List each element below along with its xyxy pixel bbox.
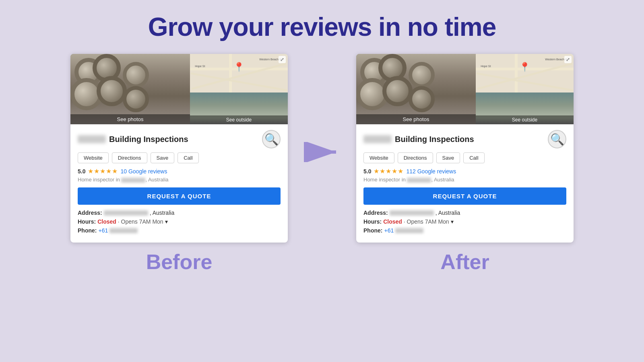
before-rating-score: 5.0 [78, 168, 85, 175]
before-street-view: See outside [190, 93, 288, 124]
after-street-view: See outside [476, 93, 574, 124]
before-phone-link[interactable]: +61 [98, 227, 108, 234]
before-request-quote-btn[interactable]: REQUEST A QUOTE [78, 187, 281, 205]
before-rating-row: 5.0 ★★★★★ 10 Google reviews [78, 167, 281, 175]
before-phone-row: Phone: +61 [78, 227, 281, 234]
after-logo: 🔍 [548, 130, 566, 148]
after-biz-name-row: Building Inspections [363, 135, 474, 144]
before-logo: 🔍 [262, 130, 281, 148]
after-phone-blur [395, 228, 423, 233]
after-see-outside-label: See outside [476, 115, 574, 124]
before-reviews-link[interactable]: 10 Google reviews [120, 168, 167, 175]
before-stars: ★★★★★ [88, 167, 118, 175]
before-biz-name-row: Building Inspections [78, 135, 188, 144]
before-call-btn[interactable]: Call [178, 152, 198, 163]
before-card: See photos Hope St Western Beach Rd [70, 54, 288, 243]
after-photo-section: See photos Hope St Western Beach Rd 📍 ⤢ [356, 54, 574, 124]
before-website-btn[interactable]: Website [78, 152, 109, 163]
after-logo-icon: 🔍 [550, 133, 564, 146]
before-biz-name-blur [78, 135, 106, 143]
after-phone-link[interactable]: +61 [384, 227, 394, 234]
before-biz-name: Building Inspections [109, 135, 188, 144]
before-biz-info: Building Inspections 🔍 Website Direction… [70, 124, 288, 243]
before-photo-left: See photos [70, 54, 190, 124]
after-card-wrapper: See photos Hope St Western Beach Rd 📍 ⤢ [356, 54, 574, 274]
before-logo-icon: 🔍 [264, 133, 279, 146]
before-location-blur [121, 178, 145, 183]
before-hours-dropdown-icon[interactable]: ▾ [165, 218, 168, 225]
after-address-blur [390, 210, 434, 216]
after-biz-info: Building Inspections 🔍 Website Direction… [356, 124, 574, 243]
before-category: Home inspector in , Australia [78, 177, 281, 183]
after-see-photos-label: See photos [356, 114, 476, 124]
after-hours-dropdown-icon[interactable]: ▾ [451, 218, 454, 225]
after-hours-opens: · Opens 7AM Mon [404, 218, 449, 225]
before-map-pin: 📍 [233, 62, 244, 72]
after-biz-header: Building Inspections 🔍 [363, 130, 566, 148]
before-label: Before [146, 250, 213, 274]
before-hours-row: Hours: Closed · Opens 7AM Mon ▾ [78, 218, 281, 225]
after-stars: ★★★★★ [374, 167, 404, 175]
before-card-wrapper: See photos Hope St Western Beach Rd [70, 54, 288, 274]
after-request-quote-btn[interactable]: REQUEST A QUOTE [363, 187, 566, 205]
before-directions-btn[interactable]: Directions [112, 152, 147, 163]
after-map-label-hope: Hope St [481, 65, 491, 68]
before-biz-header: Building Inspections 🔍 [78, 130, 281, 148]
direction-arrow [304, 142, 340, 162]
after-location-blur [407, 178, 431, 183]
before-action-buttons: Website Directions Save Call [78, 152, 281, 163]
before-photo-right: Hope St Western Beach Rd 📍 ⤢ See outside [190, 54, 288, 124]
before-map: Hope St Western Beach Rd 📍 ⤢ [190, 54, 288, 93]
before-closed: Closed [97, 218, 116, 225]
after-action-buttons: Website Directions Save Call [363, 152, 566, 163]
after-closed: Closed [383, 218, 402, 225]
before-save-btn[interactable]: Save [151, 152, 175, 163]
after-map: Hope St Western Beach Rd 📍 ⤢ [476, 54, 574, 93]
map-label-hope: Hope St [195, 65, 205, 68]
after-photo-left: See photos [356, 54, 476, 124]
after-biz-name-blur [363, 135, 392, 143]
arrow-wrapper [304, 142, 340, 186]
before-address-row: Address: , Australia [78, 210, 281, 216]
before-phone-blur [109, 228, 138, 233]
after-call-btn[interactable]: Call [463, 152, 484, 163]
after-category: Home inspector in , Australia [363, 177, 566, 183]
after-reviews-link[interactable]: 112 Google reviews [406, 168, 456, 175]
after-save-btn[interactable]: Save [436, 152, 460, 163]
after-map-pin: 📍 [519, 62, 530, 72]
after-directions-btn[interactable]: Directions [398, 152, 433, 163]
before-photo-section: See photos Hope St Western Beach Rd [70, 54, 288, 124]
after-rating-row: 5.0 ★★★★★ 112 Google reviews [363, 167, 566, 175]
before-map-expand[interactable]: ⤢ [279, 56, 286, 63]
before-see-photos-label: See photos [70, 114, 190, 124]
after-address-row: Address: , Australia [363, 210, 566, 216]
after-map-expand[interactable]: ⤢ [564, 56, 572, 63]
after-hours-row: Hours: Closed · Opens 7AM Mon ▾ [363, 218, 566, 225]
before-address-blur [104, 210, 148, 216]
after-phone-row: Phone: +61 [363, 227, 566, 234]
cards-comparison-row: See photos Hope St Western Beach Rd [0, 54, 644, 274]
page-title: Grow your reviews in no time [148, 12, 496, 42]
after-photo-right: Hope St Western Beach Rd 📍 ⤢ See outside [476, 54, 574, 124]
after-card: See photos Hope St Western Beach Rd 📍 ⤢ [356, 54, 574, 243]
after-rating-score: 5.0 [363, 168, 371, 175]
after-biz-name: Building Inspections [395, 135, 474, 144]
after-website-btn[interactable]: Website [363, 152, 394, 163]
before-see-outside-label: See outside [190, 115, 288, 124]
before-hours-opens: · Opens 7AM Mon [118, 218, 163, 225]
after-label: After [440, 250, 489, 274]
